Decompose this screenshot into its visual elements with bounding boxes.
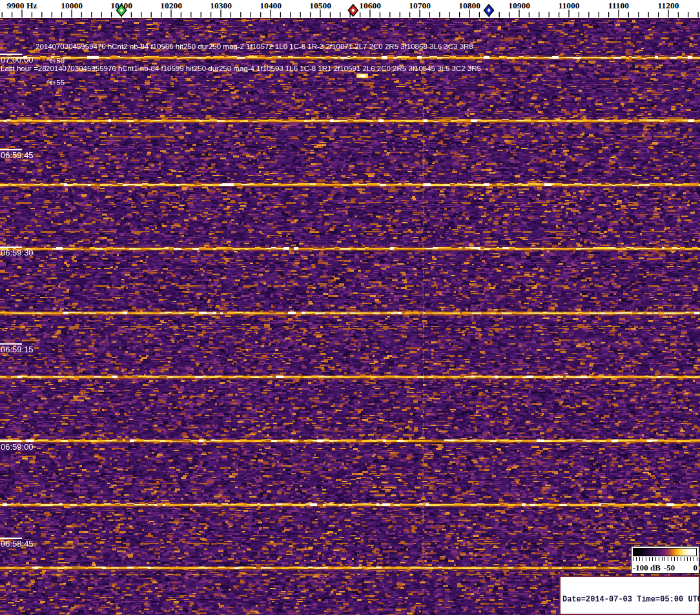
legend-mid-label: -50 [664,563,675,573]
blue-marker-diamond-icon [484,5,494,16]
ruler-frequency-label: 10800 [458,1,480,10]
time-label: 07:00:00 [1,55,34,64]
legend-max-label: 0 [694,563,698,573]
legend-min-label: -100 dB [633,563,661,573]
ruler-frequency-label: 10400 [260,1,282,10]
observation-info-box: Date=2014-07-03 Time=05:00 UTC Freq=143 … [559,576,700,615]
color-scale-labels: -100 dB -50 0 [633,561,698,572]
info-date-time: Date=2014-07-03 Time=05:00 UTC [562,596,699,605]
detection-annotation-1: 20140703045959476 hCnt2 nb-84 f10566 hit… [36,43,473,51]
last-hour-count-label: Last hour =28 [1,65,46,73]
detection-annotation-2: 20140703045955976 hCnt1 nb-84 f10599 hit… [46,65,481,73]
time-label: 06:59:00 [1,443,34,451]
ruler-frequency-label: 11000 [558,1,579,10]
time-label: 06:59:15 [1,345,34,354]
spectrogram-canvas [0,18,700,615]
ruler-frequency-label: 10900 [508,1,530,10]
ruler-frequency-label: 10600 [359,1,381,10]
ruler-frequency-label: 10500 [309,1,331,10]
ruler-frequency-label: 10200 [160,1,182,10]
ruler-frequency-label: 10000 [61,1,83,10]
ruler-frequency-label: 11200 [657,1,679,10]
frequency-ruler-scale: 9900 Hz100001010010200103001040010500106… [0,0,700,18]
ruler-frequency-label: 11100 [608,1,630,10]
ruler-frequency-label: 10300 [210,1,232,10]
frequency-ruler: 9900 Hz100001010010200103001040010500106… [0,0,700,18]
ruler-frequency-label: 10700 [409,1,431,10]
time-label: 06:59:30 [1,248,34,257]
color-gradient-bar [633,548,697,556]
spectrogram-screen: 9900 Hz100001010010200103001040010500106… [0,0,700,615]
color-scale-ticks [633,557,697,561]
time-offset-marker-2: ^t+55 [46,79,65,87]
ruler-frequency-label: 9900 Hz [7,1,37,10]
time-label: 06:58:45 [1,539,34,548]
time-offset-marker-1: ^t+59 [46,57,65,65]
color-scale-legend: -100 dB -50 0 [631,546,699,574]
time-label: 06:59:45 [1,151,34,159]
